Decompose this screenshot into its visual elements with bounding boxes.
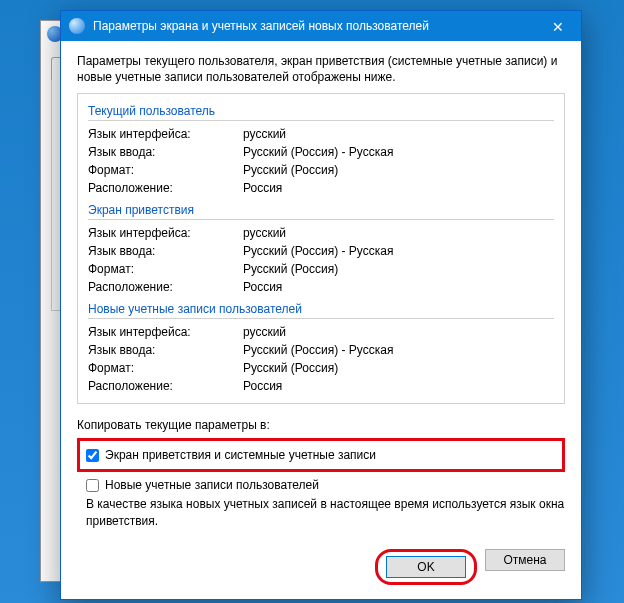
setting-label: Формат: bbox=[88, 361, 243, 375]
setting-label: Расположение: bbox=[88, 379, 243, 393]
setting-value: Русский (Россия) bbox=[243, 361, 338, 375]
setting-label: Формат: bbox=[88, 262, 243, 276]
setting-row: Язык интерфейса:русский bbox=[88, 125, 554, 143]
setting-row: Расположение:Россия bbox=[88, 179, 554, 197]
checkbox-new-users[interactable] bbox=[86, 479, 99, 492]
note-text: В качестве языка новых учетных записей в… bbox=[77, 496, 565, 528]
settings-fieldset: Текущий пользователь Язык интерфейса:рус… bbox=[77, 93, 565, 404]
setting-row: Язык ввода:Русский (Россия) - Русская bbox=[88, 143, 554, 161]
ok-button[interactable]: OK bbox=[386, 556, 466, 578]
setting-value: Русский (Россия) - Русская bbox=[243, 244, 393, 258]
cancel-button[interactable]: Отмена bbox=[485, 549, 565, 571]
checkbox-row-new-users[interactable]: Новые учетные записи пользователей bbox=[77, 478, 565, 492]
settings-dialog: Параметры экрана и учетных записей новых… bbox=[60, 10, 582, 600]
setting-label: Язык ввода: bbox=[88, 343, 243, 357]
setting-value: русский bbox=[243, 127, 286, 141]
setting-label: Язык интерфейса: bbox=[88, 127, 243, 141]
setting-row: Формат:Русский (Россия) bbox=[88, 161, 554, 179]
highlight-box: Экран приветствия и системные учетные за… bbox=[77, 438, 565, 472]
setting-value: русский bbox=[243, 325, 286, 339]
highlight-circle: OK bbox=[375, 549, 477, 585]
setting-label: Расположение: bbox=[88, 280, 243, 294]
setting-row: Формат:Русский (Россия) bbox=[88, 359, 554, 377]
setting-label: Язык ввода: bbox=[88, 145, 243, 159]
setting-label: Расположение: bbox=[88, 181, 243, 195]
globe-icon bbox=[69, 18, 85, 34]
setting-label: Язык интерфейса: bbox=[88, 325, 243, 339]
setting-value: Россия bbox=[243, 181, 282, 195]
setting-value: русский bbox=[243, 226, 286, 240]
group-legend-welcome-screen: Экран приветствия bbox=[88, 201, 554, 220]
checkbox-row-welcome-screen[interactable]: Экран приветствия и системные учетные за… bbox=[86, 448, 556, 462]
setting-value: Россия bbox=[243, 379, 282, 393]
dialog-titlebar: Параметры экрана и учетных записей новых… bbox=[61, 11, 581, 41]
setting-row: Формат:Русский (Россия) bbox=[88, 260, 554, 278]
setting-row: Язык ввода:Русский (Россия) - Русская bbox=[88, 242, 554, 260]
checkbox-welcome-screen[interactable] bbox=[86, 449, 99, 462]
setting-value: Русский (Россия) bbox=[243, 163, 338, 177]
intro-text: Параметры текущего пользователя, экран п… bbox=[77, 53, 565, 85]
setting-row: Расположение:Россия bbox=[88, 278, 554, 296]
copy-section: Копировать текущие параметры в: Экран пр… bbox=[77, 418, 565, 528]
checkbox-label: Экран приветствия и системные учетные за… bbox=[105, 448, 376, 462]
setting-row: Расположение:Россия bbox=[88, 377, 554, 395]
copy-title: Копировать текущие параметры в: bbox=[77, 418, 565, 432]
setting-label: Формат: bbox=[88, 163, 243, 177]
setting-row: Язык интерфейса:русский bbox=[88, 323, 554, 341]
setting-value: Россия bbox=[243, 280, 282, 294]
setting-row: Язык ввода:Русский (Россия) - Русская bbox=[88, 341, 554, 359]
setting-label: Язык ввода: bbox=[88, 244, 243, 258]
dialog-title: Параметры экрана и учетных записей новых… bbox=[93, 19, 535, 33]
button-row: OK Отмена bbox=[61, 539, 581, 599]
setting-row: Язык интерфейса:русский bbox=[88, 224, 554, 242]
checkbox-label: Новые учетные записи пользователей bbox=[105, 478, 319, 492]
close-button[interactable]: ✕ bbox=[535, 11, 581, 41]
setting-label: Язык интерфейса: bbox=[88, 226, 243, 240]
setting-value: Русский (Россия) - Русская bbox=[243, 343, 393, 357]
setting-value: Русский (Россия) - Русская bbox=[243, 145, 393, 159]
group-legend-new-users: Новые учетные записи пользователей bbox=[88, 300, 554, 319]
dialog-body: Параметры текущего пользователя, экран п… bbox=[61, 41, 581, 539]
group-legend-current-user: Текущий пользователь bbox=[88, 102, 554, 121]
setting-value: Русский (Россия) bbox=[243, 262, 338, 276]
